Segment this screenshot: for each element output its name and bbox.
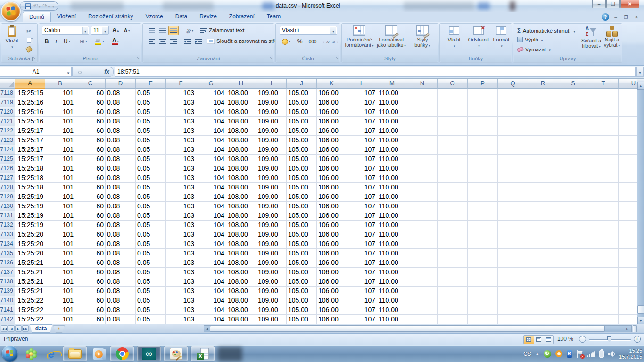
taskbar-chrome[interactable] xyxy=(110,346,134,361)
comma-style-button[interactable]: 000 xyxy=(306,37,319,46)
cell[interactable]: 101 xyxy=(45,305,75,315)
cell[interactable]: 105.00 xyxy=(287,89,317,98)
align-center-button[interactable] xyxy=(157,37,168,46)
speaker-icon[interactable] xyxy=(608,351,615,357)
cell[interactable]: 106.00 xyxy=(317,230,347,239)
cell[interactable]: 60 xyxy=(75,155,106,164)
cell[interactable]: 105.00 xyxy=(287,155,317,164)
cell[interactable]: 108.00 xyxy=(226,268,256,277)
cell[interactable]: 110.00 xyxy=(377,230,407,239)
cell[interactable]: 0.08 xyxy=(106,230,136,239)
scroll-up-icon[interactable]: ▲ xyxy=(637,82,644,90)
cell[interactable]: 104 xyxy=(196,315,226,324)
cell[interactable]: 105.00 xyxy=(287,305,317,315)
cell[interactable]: 108.00 xyxy=(226,258,256,268)
column-header-B[interactable]: B xyxy=(45,79,75,89)
row-header-7134[interactable]: 7134 xyxy=(0,239,15,249)
cell[interactable]: 0.05 xyxy=(136,136,166,145)
number-dialog-launcher[interactable] xyxy=(335,57,339,61)
row-header-7127[interactable]: 7127 xyxy=(0,173,15,183)
cell[interactable]: 103 xyxy=(166,183,196,192)
workbook-restore-button[interactable]: ❐ xyxy=(622,15,630,20)
cell[interactable]: 104 xyxy=(196,145,226,155)
cell[interactable]: 107 xyxy=(347,258,377,268)
cell[interactable]: 0.08 xyxy=(106,89,136,98)
cell[interactable]: 101 xyxy=(45,98,75,107)
cell[interactable]: 106.00 xyxy=(317,173,347,183)
ribbon-tab-dom-[interactable]: Domů xyxy=(23,12,51,22)
update-tray-icon[interactable]: ↻ xyxy=(544,350,551,358)
cell[interactable]: 105.00 xyxy=(287,173,317,183)
cell[interactable]: 107 xyxy=(347,107,377,117)
cell[interactable]: 60 xyxy=(75,221,106,230)
formula-input[interactable]: 18:57:51 xyxy=(115,67,636,77)
save-icon[interactable] xyxy=(25,3,31,9)
accounting-format-button[interactable] xyxy=(280,37,293,46)
cut-button[interactable]: ✂ xyxy=(23,26,34,36)
row-header-7128[interactable]: 7128 xyxy=(0,183,15,192)
cell[interactable]: 106.00 xyxy=(317,277,347,287)
cell[interactable]: 0.05 xyxy=(136,202,166,211)
workbook-minimize-button[interactable]: – xyxy=(612,15,619,20)
cell[interactable]: 15:25:21 xyxy=(15,277,45,287)
cell[interactable]: 109.00 xyxy=(256,98,287,107)
scroll-down-icon[interactable]: ▼ xyxy=(637,317,644,324)
cell[interactable]: 106.00 xyxy=(317,239,347,249)
cell[interactable]: 105.00 xyxy=(287,258,317,268)
cell[interactable]: 60 xyxy=(75,192,106,202)
office-button[interactable] xyxy=(1,1,21,21)
align-bottom-button[interactable] xyxy=(168,26,179,35)
cell[interactable]: 105.00 xyxy=(287,117,317,126)
cell[interactable]: 0.05 xyxy=(136,287,166,296)
cell[interactable]: 104 xyxy=(196,107,226,117)
cell[interactable]: 109.00 xyxy=(256,296,287,305)
cell[interactable]: 0.08 xyxy=(106,296,136,305)
decrease-indent-button[interactable] xyxy=(182,37,193,46)
horizontal-scroll-thumb[interactable] xyxy=(210,326,605,332)
column-header-S[interactable]: S xyxy=(558,79,588,89)
cell[interactable]: 0.08 xyxy=(106,107,136,117)
cell[interactable]: 0.08 xyxy=(106,258,136,268)
cell[interactable]: 60 xyxy=(75,305,106,315)
cell[interactable]: 0.08 xyxy=(106,239,136,249)
row-header-7125[interactable]: 7125 xyxy=(0,155,15,164)
column-header-H[interactable]: H xyxy=(226,79,256,89)
cell[interactable]: 104 xyxy=(196,211,226,221)
column-header-U[interactable]: U xyxy=(619,79,637,89)
cell[interactable]: 101 xyxy=(45,117,75,126)
percent-style-button[interactable]: % xyxy=(295,37,305,46)
cell[interactable]: 104 xyxy=(196,202,226,211)
cell[interactable]: 15:25:15 xyxy=(15,89,45,98)
cell[interactable]: 60 xyxy=(75,173,106,183)
cell[interactable]: 103 xyxy=(166,173,196,183)
taskbar-excel[interactable]: X xyxy=(191,346,215,361)
ribbon-tab-rozlo-en-str-nky[interactable]: Rozložení stránky xyxy=(82,12,139,22)
cell[interactable]: 0.08 xyxy=(106,287,136,296)
shrink-font-button[interactable]: A▼ xyxy=(122,25,132,35)
cell[interactable]: 104 xyxy=(196,258,226,268)
row-header-7120[interactable]: 7120 xyxy=(0,107,15,117)
tab-split-handle[interactable] xyxy=(633,325,637,332)
cell[interactable]: 110.00 xyxy=(377,145,407,155)
cell[interactable]: 106.00 xyxy=(317,305,347,315)
column-header-C[interactable]: C xyxy=(75,79,106,89)
row-header-7136[interactable]: 7136 xyxy=(0,258,15,268)
resize-handle[interactable] xyxy=(78,71,82,74)
cell[interactable]: 103 xyxy=(166,117,196,126)
cell[interactable]: 0.05 xyxy=(136,249,166,258)
cell[interactable]: 101 xyxy=(45,183,75,192)
cell[interactable]: 106.00 xyxy=(317,296,347,305)
cell[interactable]: 109.00 xyxy=(256,315,287,324)
cell[interactable]: 103 xyxy=(166,277,196,287)
first-sheet-icon[interactable]: ◀◀ xyxy=(1,325,8,332)
cell[interactable]: 106.00 xyxy=(317,126,347,136)
cell[interactable]: 106.00 xyxy=(317,145,347,155)
cell[interactable]: 101 xyxy=(45,277,75,287)
cell[interactable]: 0.08 xyxy=(106,277,136,287)
cell[interactable]: 101 xyxy=(45,145,75,155)
cell[interactable]: 104 xyxy=(196,192,226,202)
column-header-J[interactable]: J xyxy=(287,79,317,89)
cell[interactable]: 103 xyxy=(166,107,196,117)
expand-formula-bar-button[interactable] xyxy=(636,67,644,77)
cell[interactable]: 106.00 xyxy=(317,315,347,324)
